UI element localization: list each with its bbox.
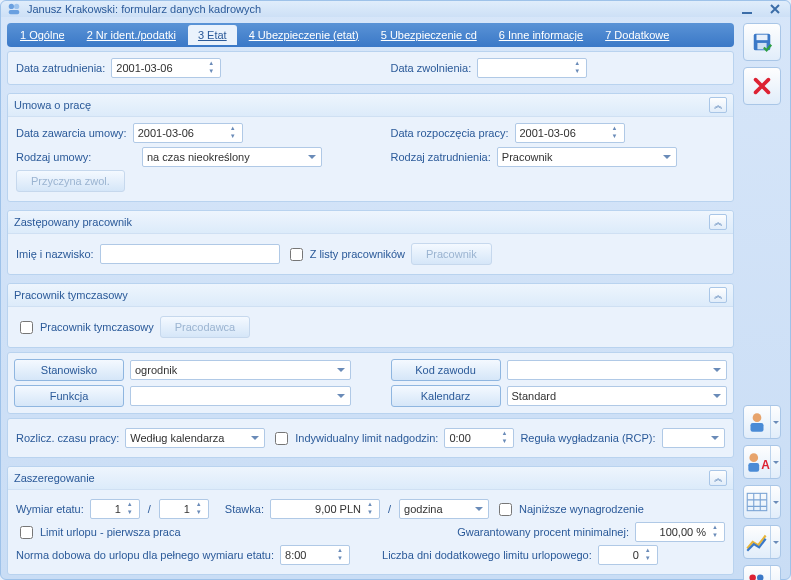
group-umowa-legend: Umowa o pracę [14,99,91,111]
najnizsze-checkbox[interactable]: Najniższe wynagrodzenie [495,500,644,519]
liczba-dni-label: Liczba dni dodatkowego limitu urlopowego… [382,549,592,561]
stanowisko-button[interactable]: Stanowisko [14,359,124,381]
przyczyna-zwol-button[interactable]: Przyczyna zwol. [16,170,125,192]
tymczasowy-checkbox[interactable]: Pracownik tymczasowy [16,318,154,337]
app-icon [7,2,21,16]
zawarcie-label: Data zawarcia umowy: [16,127,127,139]
rodzaj-umowy-label: Rodzaj umowy: [16,151,136,163]
stawka-per-combo[interactable]: godzina [399,499,489,519]
collapse-zaszer[interactable]: ︽ [709,470,727,486]
rozpoczecie-label: Data rozpoczęcia pracy: [391,127,509,139]
collapse-zastep[interactable]: ︽ [709,214,727,230]
hire-date-input[interactable]: 2001-03-06▲▼ [111,58,221,78]
hr-form-window: Janusz Krakowski: formularz danych kadro… [0,0,791,580]
tab-etat[interactable]: 3 Etat [188,25,237,45]
rodzaj-zatr-label: Rodzaj zatrudnienia: [391,151,491,163]
group-zaszeregowanie: Zaszeregowanie ︽ Wymiar etatu: 1▲▼ / 1▲▼… [7,466,734,575]
zawarcie-date[interactable]: 2001-03-06▲▼ [133,123,243,143]
fire-date-input[interactable]: ▲▼ [477,58,587,78]
close-button[interactable] [766,1,784,17]
tab-strip: 1 Ogólne 2 Nr ident./podatki 3 Etat 4 Ub… [7,23,734,47]
funkcja-button[interactable]: Funkcja [14,385,124,407]
tab-inne[interactable]: 6 Inne informacje [489,25,593,45]
rodzaj-zatr-combo[interactable]: Pracownik [497,147,677,167]
stawka-label: Stawka: [225,503,264,515]
imie-input[interactable] [100,244,280,264]
rozlicz-panel: Rozlicz. czasu pracy: Według kalendarza … [7,418,734,458]
svg-point-7 [753,413,762,422]
hire-date-label: Data zatrudnienia: [16,62,105,74]
sidebar-btn-person[interactable] [743,405,781,439]
kod-zawodu-combo[interactable] [507,360,728,380]
collapse-umowa[interactable]: ︽ [709,97,727,113]
wymiar-b-input[interactable]: 1▲▼ [159,499,209,519]
ind-limit-input[interactable]: 0:00▲▼ [444,428,514,448]
svg-point-1 [14,4,19,9]
ind-limit-checkbox[interactable]: Indywidualny limit nadgodzin: [271,429,438,448]
svg-rect-8 [751,423,764,432]
svg-point-9 [749,453,758,462]
top-dates-panel: Data zatrudnienia: 2001-03-06▲▼ Data zwo… [7,51,734,85]
kod-zawodu-button[interactable]: Kod zawodu [391,359,501,381]
group-tymcz-legend: Pracownik tymczasowy [14,289,128,301]
rozpoczecie-date[interactable]: 2001-03-06▲▼ [515,123,625,143]
svg-point-0 [9,4,14,9]
position-panel: Stanowisko ogrodnik Kod zawodu Funkcja K… [7,352,734,414]
wymiar-a-input[interactable]: 1▲▼ [90,499,140,519]
regula-combo[interactable] [662,428,725,448]
svg-rect-10 [748,463,759,472]
sidebar-btn-chart[interactable] [743,525,781,559]
kalendarz-button[interactable]: Kalendarz [391,385,501,407]
group-tymczasowy: Pracownik tymczasowy ︽ Pracownik tymczas… [7,283,734,348]
tab-ubezp-etat[interactable]: 4 Ubezpieczenie (etat) [239,25,369,45]
gwarant-label: Gwarantowany procent minimalnej: [457,526,629,538]
kalendarz-combo[interactable]: Standard [507,386,728,406]
fire-date-label: Data zwolnienia: [391,62,472,74]
group-zastep: Zastępowany pracownik ︽ Imię i nazwisko:… [7,210,734,275]
collapse-tymcz[interactable]: ︽ [709,287,727,303]
rodzaj-umowy-combo[interactable]: na czas nieokreślony [142,147,322,167]
funkcja-combo[interactable] [130,386,351,406]
stanowisko-combo[interactable]: ogrodnik [130,360,351,380]
limit-urlop-checkbox[interactable]: Limit urlopu - pierwsza praca [16,523,181,542]
group-umowa: Umowa o pracę ︽ Data zawarcia umowy: 200… [7,93,734,202]
zlisty-checkbox[interactable]: Z listy pracowników [286,245,405,264]
window-title: Janusz Krakowski: formularz danych kadro… [27,3,738,15]
stawka-input[interactable]: 9,00 PLN▲▼ [270,499,380,519]
pracownik-button[interactable]: Pracownik [411,243,492,265]
regula-label: Reguła wygładzania (RCP): [520,432,655,444]
cancel-button[interactable] [743,67,781,105]
imie-label: Imię i nazwisko: [16,248,94,260]
tab-dodatkowe[interactable]: 7 Dodatkowe [595,25,679,45]
rozlicz-combo[interactable]: Według kalendarza [125,428,265,448]
sidebar-btn-grid[interactable] [743,485,781,519]
pracodawca-button[interactable]: Pracodawca [160,316,251,338]
titlebar: Janusz Krakowski: formularz danych kadro… [1,1,790,17]
svg-rect-5 [757,35,768,41]
norma-label: Norma dobowa do urlopu dla pełnego wymia… [16,549,274,561]
group-zastep-legend: Zastępowany pracownik [14,216,132,228]
sidebar-btn-people[interactable] [743,565,781,580]
rozlicz-label: Rozlicz. czasu pracy: [16,432,119,444]
svg-rect-12 [747,493,767,510]
group-zaszer-legend: Zaszeregowanie [14,472,95,484]
save-button[interactable] [743,23,781,61]
tab-ogolne[interactable]: 1 Ogólne [10,25,75,45]
tab-ubezp-cd[interactable]: 5 Ubezpieczenie cd [371,25,487,45]
minimize-button[interactable] [738,1,756,17]
sidebar-btn-person-a[interactable]: A [743,445,781,479]
tab-nrident[interactable]: 2 Nr ident./podatki [77,25,186,45]
svg-text:A: A [761,458,770,472]
gwarant-input[interactable]: 100,00 %▲▼ [635,522,725,542]
svg-point-14 [757,574,764,580]
svg-rect-3 [742,12,752,14]
svg-point-13 [749,574,756,580]
slash: / [146,503,153,515]
wymiar-label: Wymiar etatu: [16,503,84,515]
right-toolbar: A [740,23,784,580]
norma-input[interactable]: 8:00▲▼ [280,545,350,565]
liczba-dni-input[interactable]: 0▲▼ [598,545,658,565]
svg-rect-2 [9,10,20,14]
